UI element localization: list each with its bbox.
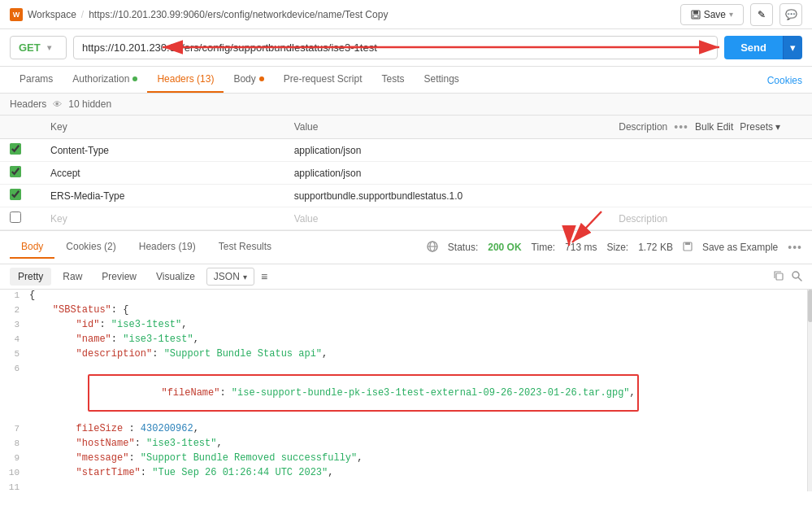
resp-tab-headers[interactable]: Headers (19) [128,236,207,259]
row1-value: application/json [284,139,610,162]
workspace-label: Workspace [28,9,76,20]
scroll-thumb[interactable] [808,290,812,322]
tab-params[interactable]: Params [10,67,63,93]
col-description-label: Description [619,121,667,133]
table-row: Accept application/json [0,162,812,185]
save-icon [683,242,693,254]
body-dot-icon [259,76,264,81]
url-input[interactable] [73,36,718,59]
row2-checkbox[interactable] [10,166,21,177]
comment-icon-button[interactable]: 💬 [779,3,802,26]
col-description: Description ••• Bulk Edit Presets ▾ [609,116,812,139]
save-label: Save [704,9,726,20]
size-value: 1.72 KB [638,242,673,253]
format-select[interactable]: JSON ▾ [206,268,254,286]
row3-key: ERS-Media-Type [41,185,284,207]
save-button[interactable]: Save ▾ [680,4,744,25]
globe-icon [427,241,438,255]
row1-checkbox[interactable] [10,143,21,155]
subtab-raw[interactable]: Raw [54,268,90,286]
collection-url-path: https://10.201.230.99:9060/ers/config/ne… [89,9,388,20]
table-row: Content-Type application/json [0,139,812,162]
tab-headers[interactable]: Headers (13) [147,67,224,93]
tab-prerequest-label: Pre-request Script [284,73,363,85]
save-icon [691,10,701,20]
svg-point-9 [792,272,799,278]
code-line-6: 6 "fileName": "ise-support-bundle-pk-ise… [7,363,812,423]
headers-section: Headers 👁 10 hidden Key Value Descriptio… [0,94,812,231]
send-dropdown-button[interactable]: ▾ [783,36,802,59]
size-label: Size: [607,242,629,253]
scrollbar[interactable] [807,290,812,491]
row2-value: application/json [284,162,610,185]
format-label: JSON [214,271,240,282]
code-line-5: 5 "description": "Support Bundle Status … [7,348,812,363]
bulk-edit-button[interactable]: Bulk Edit [695,121,733,133]
send-button-group: Send ▾ [724,36,802,59]
row2-desc [609,162,812,185]
svg-line-10 [799,277,802,281]
save-example-label[interactable]: Save as Example [702,242,778,253]
send-button[interactable]: Send [724,36,783,59]
tab-settings[interactable]: Settings [415,67,469,93]
row3-checkbox[interactable] [10,189,21,200]
save-chevron-icon: ▾ [729,10,733,19]
authorization-dot-icon [132,76,137,81]
method-select[interactable]: GET ▾ [10,36,67,59]
subtab-preview[interactable]: Preview [93,268,145,286]
row4-desc: Description [609,207,812,230]
code-line-11: 11 "status": "complete", [7,482,812,491]
col-key: Key [41,116,284,139]
workspace-icon: W [10,8,23,21]
resp-tab-testresults[interactable]: Test Results [207,236,283,259]
more-dots-icon[interactable]: ••• [788,241,802,254]
time-value: 713 ms [565,242,597,253]
search-icon[interactable] [791,270,802,284]
url-bar: GET ▾ Send ▾ [0,29,812,67]
resp-tab-body[interactable]: Body [10,236,54,259]
code-line-3: 3 "id": "ise3-1test", [7,319,812,334]
col-check [0,116,41,139]
hidden-count: 10 hidden [68,98,111,110]
method-label: GET [19,41,41,54]
format-chevron-icon: ▾ [243,273,247,281]
svg-rect-2 [693,15,698,18]
resp-tab-cookies[interactable]: Cookies (2) [54,236,127,259]
code-line-8: 8 "hostName": "ise3-1test", [7,438,812,452]
copy-icon[interactable] [773,270,784,284]
tab-tests-label: Tests [381,73,404,85]
body-subtabs: Pretty Raw Preview Visualize JSON ▾ ≡ [0,264,812,290]
separator: / [81,9,84,20]
status-label: Status: [448,242,478,253]
tab-params-label: Params [20,73,53,85]
row1-desc [609,139,812,162]
svg-rect-8 [776,273,783,280]
svg-rect-1 [693,11,698,14]
code-area: 1 { 2 "SBStatus": { 3 "id": "ise3-1test"… [0,290,812,491]
tab-body[interactable]: Body [224,67,273,93]
edit-icon-button[interactable]: ✎ [750,3,773,26]
tab-authorization[interactable]: Authorization [63,67,147,93]
tab-prerequest[interactable]: Pre-request Script [274,67,372,93]
subtab-visualize[interactable]: Visualize [148,268,203,286]
tab-tests[interactable]: Tests [371,67,414,93]
cookies-link[interactable]: Cookies [767,68,802,93]
filter-icon[interactable]: ≡ [261,270,267,283]
code-lines: 1 { 2 "SBStatus": { 3 "id": "ise3-1test"… [7,290,812,491]
request-tabs: Params Authorization Headers (13) Body P… [0,67,812,94]
subtab-pretty[interactable]: Pretty [10,268,51,286]
row4-checkbox[interactable] [10,212,21,223]
send-chevron-icon: ▾ [790,41,796,54]
pencil-icon: ✎ [758,9,766,20]
comment-icon: 💬 [785,9,797,20]
response-tabs: Body Cookies (2) Headers (19) Test Resul… [10,236,283,259]
code-line-7: 7 fileSize : 430200962, [7,423,812,438]
response-meta: Status: 200 OK Time: 713 ms Size: 1.72 K… [427,241,802,255]
top-bar: W Workspace / https://10.201.230.99:9060… [0,0,812,29]
presets-button[interactable]: Presets ▾ [740,121,780,133]
response-bar: Body Cookies (2) Headers (19) Test Resul… [0,231,812,264]
method-chevron-icon: ▾ [47,43,51,52]
row2-key: Accept [41,162,284,185]
time-label: Time: [532,242,556,253]
table-row: ERS-Media-Type supportbundle.supportbund… [0,185,812,207]
